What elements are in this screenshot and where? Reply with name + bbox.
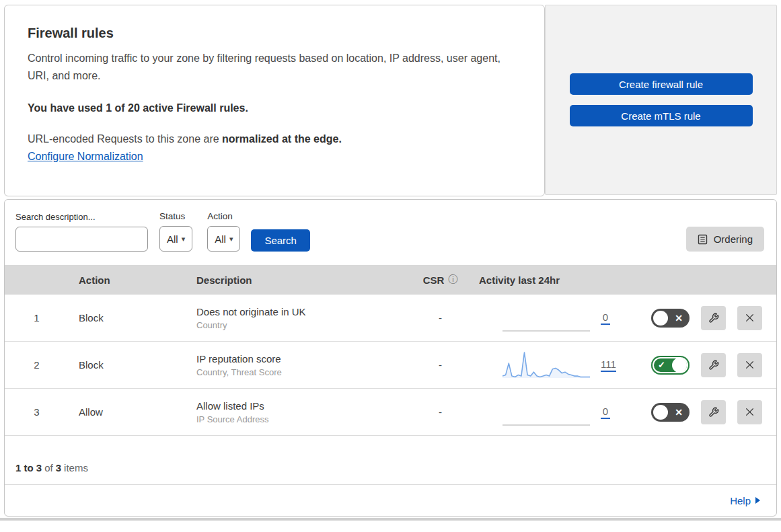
page-title: Firewall rules [28, 26, 521, 41]
status-dropdown-value: All [167, 233, 178, 245]
rule-fields: Country [196, 320, 402, 330]
actions-side-panel: Create firewall rule Create mTLS rule [545, 5, 777, 195]
edit-rule-button[interactable] [701, 400, 726, 424]
status-dropdown[interactable]: All ▾ [159, 226, 192, 252]
search-label: Search description... [15, 212, 148, 222]
close-icon [745, 407, 755, 417]
toggle-x-icon: ✕ [675, 403, 683, 422]
normalization-note: URL-encoded Requests to this zone are no… [28, 133, 521, 145]
activity-sparkline [503, 351, 590, 379]
pagination-total: 3 [56, 462, 61, 473]
edit-rule-button[interactable] [701, 353, 726, 377]
activity-count-link[interactable]: 0 [601, 311, 610, 325]
normalization-text: URL-encoded Requests to this zone are [28, 133, 222, 145]
table-row: 3 Allow Allow listed IPs IP Source Addre… [5, 389, 776, 436]
activity-sparkline [503, 304, 590, 332]
page-bottom-edge [0, 518, 781, 521]
configure-normalization-link[interactable]: Configure Normalization [28, 151, 143, 163]
rule-description-cell: Does not originate in UK Country [186, 306, 402, 330]
rule-description: Does not originate in UK [196, 306, 402, 317]
ordering-button-label: Ordering [714, 233, 753, 245]
status-filter-group: Status All ▾ [159, 211, 192, 252]
rules-list-card: Search description... Status All ▾ Actio… [4, 199, 777, 517]
rule-priority: 3 [5, 406, 69, 418]
rule-toggle[interactable]: ✓ ✕ [651, 356, 690, 375]
chevron-down-icon: ▾ [229, 235, 233, 243]
rule-csr-value: - [402, 312, 479, 324]
toggle-check-icon: ✓ [658, 356, 665, 375]
help-link-label: Help [730, 495, 751, 506]
rule-activity-cell: 0 [479, 304, 644, 332]
status-label: Status [159, 211, 192, 221]
rule-action: Block [69, 312, 186, 324]
toggle-knob [672, 358, 687, 373]
info-icon: ⓘ [448, 274, 457, 286]
delete-rule-button[interactable] [737, 400, 762, 424]
activity-sparkline [503, 398, 590, 426]
rule-description-cell: IP reputation score Country, Threat Scor… [186, 353, 402, 377]
csr-column-header: CSR ⓘ [402, 274, 479, 286]
pagination-items: items [64, 462, 88, 473]
table-header: Action Description CSR ⓘ Activity last 2… [5, 265, 776, 295]
action-dropdown[interactable]: All ▾ [207, 226, 240, 252]
chevron-down-icon: ▾ [182, 235, 186, 243]
edit-rule-button[interactable] [701, 306, 726, 330]
pagination-range: 1 to 3 [15, 462, 42, 473]
top-section: Firewall rules Control incoming traffic … [4, 5, 777, 196]
firewall-intro-card: Firewall rules Control incoming traffic … [4, 5, 545, 196]
close-icon [745, 360, 755, 370]
delete-rule-button[interactable] [737, 306, 762, 330]
ordering-button[interactable]: Ordering [686, 227, 764, 252]
rule-controls: ✓ ✕ [644, 400, 776, 424]
search-group: Search description... [15, 212, 148, 252]
action-filter-group: Action All ▾ [207, 211, 240, 252]
normalization-bold-text: normalized at the edge. [222, 133, 342, 145]
wrench-icon [708, 313, 719, 324]
rule-csr-value: - [402, 406, 479, 418]
rule-activity-cell: 0 [479, 398, 644, 426]
page-description: Control incoming traffic to your zone by… [28, 50, 512, 85]
rule-description-cell: Allow listed IPs IP Source Address [186, 400, 402, 424]
table-row: 2 Block IP reputation score Country, Thr… [5, 342, 776, 389]
rule-activity-cell: 111 [479, 351, 644, 379]
create-firewall-rule-button[interactable]: Create firewall rule [570, 73, 753, 95]
rule-toggle[interactable]: ✓ ✕ [651, 309, 690, 328]
table-row: 1 Block Does not originate in UK Country… [5, 295, 776, 342]
rule-controls: ✓ ✕ [644, 306, 776, 330]
activity-column-header: Activity last 24hr [479, 274, 644, 286]
csr-column-label: CSR [423, 274, 445, 286]
pagination-summary: 1 to 3 of 3 items [5, 436, 776, 484]
rule-description: IP reputation score [196, 353, 402, 365]
rule-controls: ✓ ✕ [644, 353, 776, 377]
delete-rule-button[interactable] [737, 353, 762, 377]
pagination-of: of [44, 462, 53, 473]
description-column-header: Description [186, 274, 402, 286]
rule-action: Block [69, 359, 186, 371]
action-label: Action [207, 211, 240, 221]
rule-fields: IP Source Address [196, 414, 402, 424]
rule-action: Allow [69, 406, 186, 418]
help-arrow-icon [755, 497, 760, 504]
ordering-list-icon [698, 234, 708, 245]
create-mtls-rule-button[interactable]: Create mTLS rule [570, 105, 753, 126]
help-bar: Help [5, 484, 776, 516]
help-link[interactable]: Help [730, 495, 760, 506]
filter-bar: Search description... Status All ▾ Actio… [5, 200, 776, 265]
wrench-icon [708, 360, 719, 371]
action-dropdown-value: All [215, 233, 226, 245]
rule-fields: Country, Threat Score [196, 367, 402, 377]
rule-csr-value: - [402, 359, 479, 371]
rule-priority: 1 [5, 312, 69, 324]
search-input[interactable] [26, 234, 147, 245]
rule-toggle[interactable]: ✓ ✕ [651, 403, 690, 422]
search-input-wrapper [15, 227, 148, 252]
usage-summary: You have used 1 of 20 active Firewall ru… [28, 102, 521, 114]
toggle-knob [653, 311, 668, 326]
action-column-header: Action [69, 274, 186, 286]
activity-count-link[interactable]: 111 [601, 358, 616, 372]
close-icon [745, 313, 755, 323]
rule-description: Allow listed IPs [196, 400, 402, 412]
search-button[interactable]: Search [251, 229, 310, 252]
toggle-knob [653, 405, 668, 420]
activity-count-link[interactable]: 0 [601, 406, 610, 419]
